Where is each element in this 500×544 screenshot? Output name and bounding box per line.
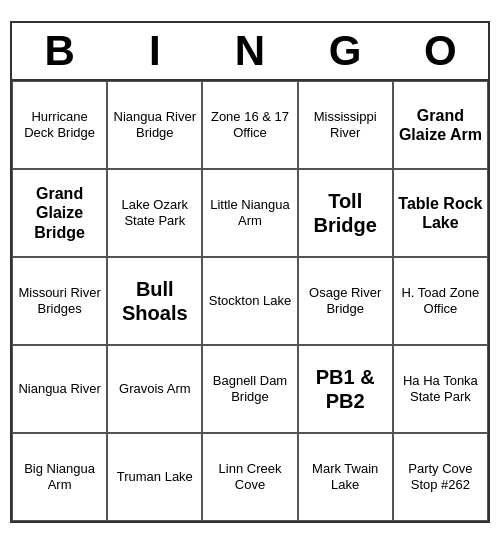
bingo-cell-5: Grand Glaize Bridge <box>12 169 107 257</box>
bingo-cell-4: Grand Glaize Arm <box>393 81 488 169</box>
bingo-cell-0: Hurricane Deck Bridge <box>12 81 107 169</box>
bingo-cell-2: Zone 16 & 17 Office <box>202 81 297 169</box>
bingo-card: B I N G O Hurricane Deck BridgeNiangua R… <box>10 21 490 523</box>
bingo-cell-8: Toll Bridge <box>298 169 393 257</box>
bingo-cell-23: Mark Twain Lake <box>298 433 393 521</box>
bingo-cell-7: Little Niangua Arm <box>202 169 297 257</box>
bingo-cell-15: Niangua River <box>12 345 107 433</box>
bingo-cell-20: Big Niangua Arm <box>12 433 107 521</box>
bingo-cell-14: H. Toad Zone Office <box>393 257 488 345</box>
bingo-cell-21: Truman Lake <box>107 433 202 521</box>
bingo-cell-17: Bagnell Dam Bridge <box>202 345 297 433</box>
header-g: G <box>298 23 393 79</box>
bingo-cell-24: Party Cove Stop #262 <box>393 433 488 521</box>
bingo-cell-3: Mississippi River <box>298 81 393 169</box>
bingo-cell-11: Bull Shoals <box>107 257 202 345</box>
bingo-grid: Hurricane Deck BridgeNiangua River Bridg… <box>12 79 488 521</box>
bingo-cell-18: PB1 & PB2 <box>298 345 393 433</box>
bingo-cell-10: Missouri River Bridges <box>12 257 107 345</box>
bingo-cell-13: Osage River Bridge <box>298 257 393 345</box>
header-n: N <box>202 23 297 79</box>
bingo-cell-19: Ha Ha Tonka State Park <box>393 345 488 433</box>
header-o: O <box>393 23 488 79</box>
header-b: B <box>12 23 107 79</box>
bingo-header: B I N G O <box>12 23 488 79</box>
bingo-cell-16: Gravois Arm <box>107 345 202 433</box>
header-i: I <box>107 23 202 79</box>
bingo-cell-12: Stockton Lake <box>202 257 297 345</box>
bingo-cell-9: Table Rock Lake <box>393 169 488 257</box>
bingo-cell-6: Lake Ozark State Park <box>107 169 202 257</box>
bingo-cell-1: Niangua River Bridge <box>107 81 202 169</box>
bingo-cell-22: Linn Creek Cove <box>202 433 297 521</box>
